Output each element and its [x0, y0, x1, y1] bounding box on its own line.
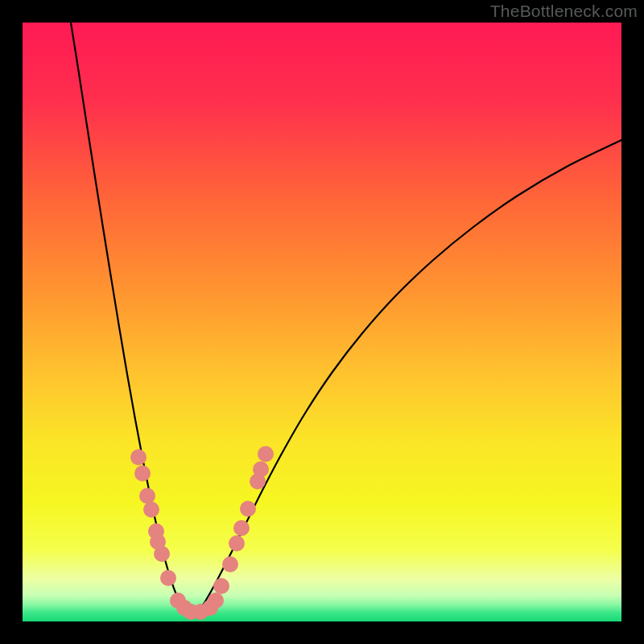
- curves-layer: [23, 23, 621, 621]
- data-point: [160, 570, 176, 586]
- data-point: [213, 578, 229, 594]
- data-point: [154, 546, 170, 562]
- data-point: [240, 501, 256, 517]
- data-point: [253, 461, 269, 477]
- chart-frame: TheBottleneck.com: [0, 0, 644, 644]
- data-point: [143, 502, 159, 518]
- watermark-text: TheBottleneck.com: [490, 2, 638, 21]
- left-curve: [71, 23, 194, 615]
- plot-area: [23, 23, 621, 621]
- data-point: [258, 446, 274, 462]
- right-curve: [194, 140, 621, 615]
- data-point: [130, 449, 147, 465]
- data-point: [208, 592, 224, 609]
- data-point: [229, 535, 245, 551]
- data-point: [233, 520, 250, 536]
- data-point: [134, 465, 151, 481]
- data-point: [222, 556, 238, 572]
